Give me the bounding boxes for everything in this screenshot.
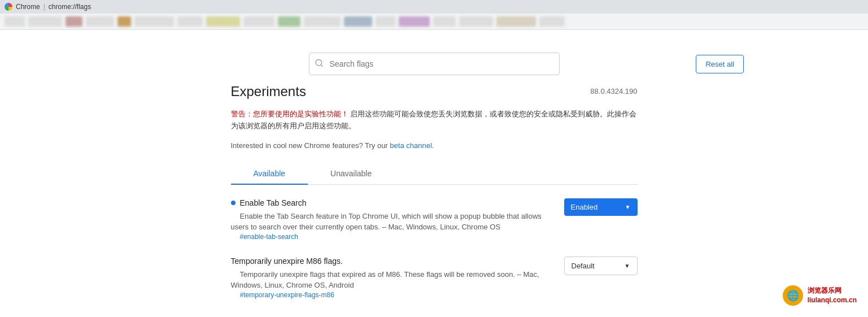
flag-item-unexpire-m86: Temporarily unexpire M86 flags. Temporar… [231,257,638,299]
flag-active-dot [231,201,235,205]
chevron-down-icon: ▼ [625,263,630,269]
bookmark-chip [539,16,565,27]
bookmark-chip [117,16,131,27]
version-text: 88.0.4324.190 [590,87,637,95]
dropdown-label: Default [572,262,595,270]
bookmark-chip [496,16,536,27]
interest-line: Interested in cool new Chrome features? … [231,141,638,150]
bookmark-chip [66,16,82,27]
bookmark-chip [28,16,62,27]
flag-control-enabled: Enabled ▼ [564,198,638,216]
bookmark-chip [376,16,395,27]
bookmark-chip [243,16,274,27]
flag-name: Temporarily unexpire M86 flags. [231,257,343,266]
watermark: 🌐 浏览器乐网 liulanqi.com.cn [783,285,857,306]
bookmark-chip [86,16,114,27]
flag-name: Enable Tab Search [240,198,307,207]
search-container [309,53,560,75]
search-input[interactable] [309,53,560,75]
watermark-icon: 🌐 [783,285,803,306]
title-bar: Chrome | chrome://flags [0,0,868,14]
beta-channel-link[interactable]: beta channel [390,141,431,150]
bookmark-chip [206,16,240,27]
title-divider: | [43,3,45,11]
interest-text-before: Interested in cool new Chrome features? … [231,141,390,150]
dropdown-label: Enabled [571,203,598,211]
bookmark-chip [433,16,456,27]
main-content: Reset all Experiments 88.0.4324.190 警告：您… [0,30,868,317]
flag-anchor-link[interactable]: #enable-tab-search [240,233,555,241]
url-bar[interactable]: chrome://flags [49,3,91,11]
chrome-icon [5,3,12,11]
flag-content: Temporarily unexpire M86 flags. Temporar… [231,257,555,299]
watermark-line1: 浏览器乐网 [808,286,857,296]
flag-anchor-link[interactable]: #temporary-unexpire-flags-m86 [240,291,555,299]
tabs-container: Available Unavailable [231,163,638,185]
bookmark-chip [459,16,493,27]
bookmark-chip [304,16,341,27]
flag-item-enable-tab-search: Enable Tab Search Enable the Tab Search … [231,198,638,241]
bookmark-chip [344,16,372,27]
flag-description: Temporarily unexpire flags that expired … [231,270,539,290]
bookmark-chip [134,16,174,27]
chevron-down-icon: ▼ [625,204,631,210]
flag-description: Enable the Tab Search feature in Top Chr… [231,212,542,232]
experiments-section: Experiments 88.0.4324.190 警告：您所要使用的是实验性功… [220,84,649,299]
flag-title-row: Enable Tab Search [231,198,555,207]
search-area: Reset all [0,41,868,84]
interest-text-after: . [432,141,434,150]
bookmark-chip [399,16,430,27]
flag-dropdown-enabled[interactable]: Enabled ▼ [564,198,638,216]
bookmarks-bar [0,14,868,30]
warning-block: 警告：您所要使用的是实验性功能！ 启用这些功能可能会致使您丢失浏览数据，或者致使… [231,108,638,132]
browser-title: Chrome [16,3,40,11]
flag-control-default: Default ▼ [564,257,638,275]
flag-dropdown-default[interactable]: Default ▼ [564,257,638,275]
reset-all-button[interactable]: Reset all [696,55,744,73]
tab-available[interactable]: Available [231,163,308,185]
flag-title-row: Temporarily unexpire M86 flags. [231,257,555,266]
flag-content: Enable Tab Search Enable the Tab Search … [231,198,555,241]
watermark-line2: liulanqi.com.cn [808,296,857,305]
experiments-title: Experiments [231,84,306,99]
tab-unavailable[interactable]: Unavailable [308,163,394,185]
bookmark-chip [278,16,300,27]
warning-red-text: 警告：您所要使用的是实验性功能！ [231,110,348,118]
watermark-text: 浏览器乐网 liulanqi.com.cn [808,286,857,305]
bookmark-chip [5,16,25,27]
experiments-header: Experiments 88.0.4324.190 [231,84,638,99]
bookmark-chip [177,16,203,27]
